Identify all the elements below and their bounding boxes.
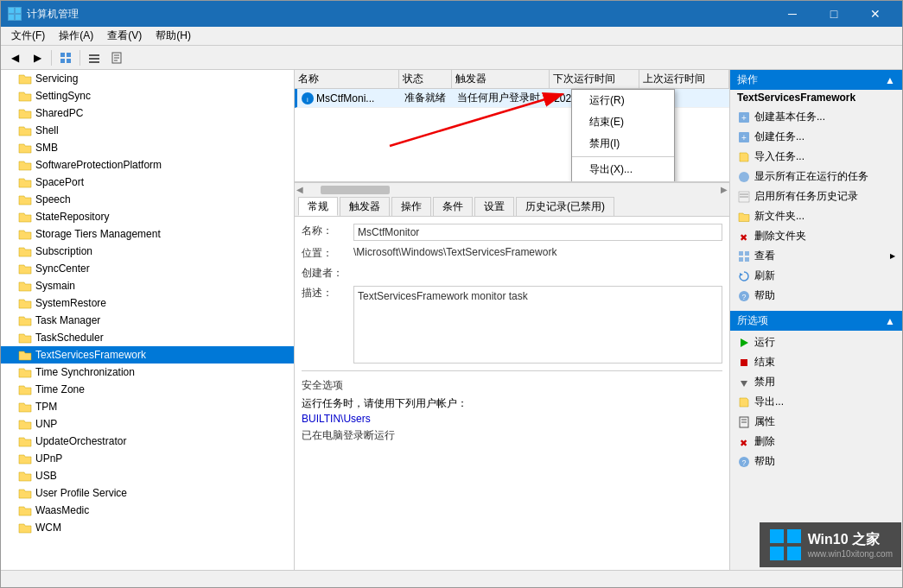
app-icon: [8, 7, 22, 21]
sidebar-item-storagetiers[interactable]: Storage Tiers Management: [1, 225, 294, 243]
table-scrollbar-h[interactable]: ◀ ▶: [295, 182, 729, 196]
tab-actions[interactable]: 操作: [391, 197, 431, 216]
sidebar-item-timezone[interactable]: Time Zone: [1, 381, 294, 398]
action-delete-folder[interactable]: ✖ 删除文件夹: [730, 226, 902, 246]
selected-action-end[interactable]: 结束: [730, 352, 902, 372]
name-value[interactable]: MsCtfMonitor: [353, 224, 722, 241]
col-trigger[interactable]: 触发器: [452, 70, 550, 88]
selected-action-disable[interactable]: 禁用: [730, 372, 902, 392]
selected-actions-header[interactable]: 所选项 ▲: [730, 311, 902, 331]
svg-rect-2: [9, 15, 14, 20]
sidebar-item-taskmanager[interactable]: Task Manager: [1, 312, 294, 329]
col-next-run[interactable]: 下次运行时间: [550, 70, 639, 88]
sidebar-item-timesync[interactable]: Time Synchronization: [1, 364, 294, 381]
selected-action-run[interactable]: 运行: [730, 332, 902, 352]
menu-help[interactable]: 帮助(H): [149, 27, 198, 45]
sidebar-item-staterepository[interactable]: StateRepository: [1, 208, 294, 225]
security-run-label: 运行任务时，请使用下列用户帐户：: [302, 396, 722, 411]
menu-view[interactable]: 查看(V): [100, 27, 149, 45]
context-run[interactable]: 运行(R): [572, 90, 674, 111]
tab-history[interactable]: 历史记录(已禁用): [516, 197, 614, 216]
close-button[interactable]: ✕: [855, 1, 895, 27]
action-create-task[interactable]: + 创建任务...: [730, 127, 902, 147]
right-panel: 操作 ▲ TextServicesFramework + 创建基本任务... +…: [729, 70, 902, 570]
menu-file[interactable]: 文件(F): [4, 27, 52, 45]
context-export[interactable]: 导出(X)...: [572, 159, 674, 180]
sidebar-item-waasmedic[interactable]: WaasMedic: [1, 502, 294, 519]
action-help[interactable]: ? 帮助: [730, 286, 902, 306]
actions-collapse-icon: ▲: [885, 74, 895, 86]
sidebar-item-systemrestore[interactable]: SystemRestore: [1, 294, 294, 312]
menu-action[interactable]: 操作(A): [52, 27, 100, 45]
minimize-button[interactable]: ─: [773, 1, 812, 27]
action-enable-history[interactable]: 启用所有任务历史记录: [730, 187, 902, 206]
view-submenu-icon: ▶: [890, 252, 895, 260]
sidebar-item-upnp[interactable]: UPnP: [1, 450, 294, 467]
context-end[interactable]: 结束(E): [572, 111, 674, 133]
selected-action-help[interactable]: ? 帮助: [730, 452, 902, 471]
run-when-text: 已在电脑登录断运行: [302, 429, 395, 441]
actions-header[interactable]: 操作 ▲: [730, 70, 902, 90]
folder-icon: [18, 331, 32, 345]
sidebar-item-speech[interactable]: Speech: [1, 191, 294, 208]
sidebar-item-servicing[interactable]: Servicing: [1, 70, 294, 87]
sidebar-item-subscription[interactable]: Subscription: [1, 243, 294, 260]
selected-action-delete[interactable]: ✖ 删除: [730, 432, 902, 452]
back-button[interactable]: ◀: [4, 48, 25, 67]
sidebar-item-usb[interactable]: USB: [1, 467, 294, 484]
selected-action-properties[interactable]: 属性: [730, 412, 902, 432]
selected-end-label: 结束: [754, 355, 775, 370]
actions-subject: TextServicesFramework: [730, 90, 902, 105]
selected-help-label: 帮助: [754, 454, 775, 469]
maximize-button[interactable]: □: [814, 1, 854, 27]
sidebar-item-spaceport[interactable]: SpacePort: [1, 174, 294, 191]
sidebar-item-tpm[interactable]: TPM: [1, 398, 294, 415]
tab-settings[interactable]: 设置: [474, 197, 514, 216]
action-create-basic[interactable]: + 创建基本任务...: [730, 107, 902, 127]
sidebar-item-taskscheduler[interactable]: TaskScheduler: [1, 329, 294, 346]
security-title: 安全选项: [302, 378, 722, 393]
horiz-scroll-thumb[interactable]: [321, 186, 390, 194]
folder-icon: [18, 486, 32, 500]
context-disable[interactable]: 禁用(I): [572, 133, 674, 155]
sidebar-item-sysmain[interactable]: Sysmain: [1, 277, 294, 294]
up-button[interactable]: [55, 48, 76, 67]
selected-action-export[interactable]: 导出...: [730, 392, 902, 412]
sidebar-item-unp[interactable]: UNP: [1, 415, 294, 433]
actions-list: + 创建基本任务... + 创建任务... 导入任务...: [730, 105, 902, 307]
action-show-running[interactable]: 显示所有正在运行的任务: [730, 167, 902, 187]
sidebar-item-smb[interactable]: SMB: [1, 139, 294, 156]
show-hide-button[interactable]: [84, 48, 105, 67]
sidebar-item-softwareprotection[interactable]: SoftwareProtectionPlatform: [1, 156, 294, 174]
action-new-folder-label: 新文件夹...: [754, 209, 804, 224]
action-new-folder[interactable]: 新文件夹...: [730, 206, 902, 226]
folder-icon: [18, 158, 32, 172]
sidebar-item-updateorchestrator[interactable]: UpdateOrchestrator: [1, 433, 294, 450]
action-view[interactable]: 查看 ▶: [730, 246, 902, 266]
sidebar-item-userprofile[interactable]: User Profile Service: [1, 484, 294, 502]
context-menu: 运行(R) 结束(E) 禁用(I) 导出(X)... 属性(P) 删除(D): [571, 89, 675, 182]
col-last-run[interactable]: 上次运行时间: [639, 70, 729, 88]
sidebar-item-settingsync[interactable]: SettingSync: [1, 87, 294, 104]
sidebar-item-synccenter[interactable]: SyncCenter: [1, 260, 294, 277]
svg-rect-30: [739, 257, 743, 262]
sidebar-item-sharedpc[interactable]: SharedPC: [1, 104, 294, 122]
tab-conditions[interactable]: 条件: [433, 197, 473, 216]
sidebar-item-shell[interactable]: Shell: [1, 122, 294, 139]
sidebar-item-wcm[interactable]: WCM: [1, 519, 294, 536]
forward-button[interactable]: ▶: [27, 48, 48, 67]
action-delete-folder-label: 删除文件夹: [754, 229, 806, 243]
tab-general[interactable]: 常规: [298, 197, 338, 216]
col-status[interactable]: 状态: [399, 70, 452, 88]
security-section: 安全选项 运行任务时，请使用下列用户帐户： BUILTIN\Users 已在电脑…: [302, 370, 722, 443]
folder-icon: [18, 193, 32, 206]
properties-button[interactable]: [106, 48, 127, 67]
detail-tabs: 常规 触发器 操作 条件 设置 历史记录(已禁用): [295, 196, 729, 217]
sidebar-item-textservices[interactable]: TextServicesFramework: [1, 346, 294, 364]
action-import[interactable]: 导入任务...: [730, 147, 902, 167]
col-name[interactable]: 名称: [295, 70, 399, 88]
svg-rect-31: [745, 257, 749, 262]
action-refresh[interactable]: 刷新: [730, 266, 902, 286]
tab-triggers[interactable]: 触发器: [340, 197, 390, 216]
sidebar: Servicing SettingSync SharedPC Shell: [1, 70, 295, 570]
